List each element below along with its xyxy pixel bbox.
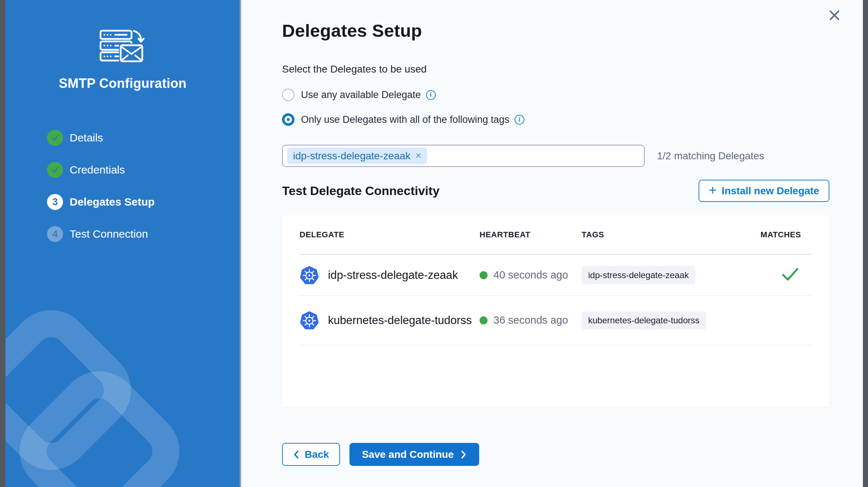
step-complete-icon [47, 162, 63, 178]
column-header-matches: MATCHES [761, 230, 812, 239]
delegate-selection-radios: Use any available Delegate i Only use De… [282, 87, 829, 127]
match-check-icon [782, 268, 798, 281]
radio-unselected-icon[interactable] [282, 89, 294, 101]
step-number-badge: 4 [47, 226, 63, 242]
step-test-connection[interactable]: 4 Test Connection [47, 226, 155, 242]
radio-label: Only use Delegates with all of the follo… [301, 114, 509, 125]
step-label: Credentials [70, 164, 125, 176]
table-row: kubernetes-delegate-tudorss 36 seconds a… [300, 296, 812, 345]
table-row: idp-stress-delegate-zeaak 40 seconds ago… [300, 255, 812, 296]
step-label: Test Connection [70, 228, 148, 240]
radio-delegates-with-tags[interactable]: Only use Delegates with all of the follo… [282, 112, 829, 127]
step-complete-icon [47, 130, 63, 146]
select-delegates-label: Select the Delegates to be used [282, 63, 829, 75]
save-and-continue-button[interactable]: Save and Continue [349, 443, 479, 466]
delegate-name-cell: kubernetes-delegate-tudorss [300, 311, 480, 330]
delegate-name: idp-stress-delegate-zeaak [328, 269, 458, 282]
heartbeat-cell: 36 seconds ago [480, 314, 582, 326]
page-title: Delegates Setup [282, 20, 829, 42]
tags-cell: kubernetes-delegate-tudorss [582, 311, 761, 330]
heartbeat-text: 40 seconds ago [493, 269, 568, 281]
delegate-tags-input[interactable]: idp-stress-delegate-zeaak × [282, 145, 645, 167]
modal-content: Delegates Setup Select the Delegates to … [241, 0, 863, 487]
matches-cell [761, 268, 812, 283]
smtp-config-modal: SMTP Configuration Details Credentials 3… [5, 0, 863, 487]
kubernetes-icon [300, 265, 319, 285]
step-details[interactable]: Details [47, 130, 155, 146]
smtp-servers-mail-icon [99, 29, 146, 63]
radio-label: Use any available Delegate [301, 89, 421, 101]
step-delegates-setup[interactable]: 3 Delegates Setup [47, 194, 155, 210]
tags-cell: idp-stress-delegate-zeaak [582, 266, 761, 284]
step-label: Delegates Setup [70, 196, 155, 208]
step-credentials[interactable]: Credentials [47, 162, 155, 178]
close-icon[interactable] [827, 8, 842, 23]
back-button-label: Back [305, 449, 329, 460]
heartbeat-status-icon [480, 271, 488, 279]
plus-icon: + [709, 183, 717, 197]
info-icon[interactable]: i [426, 90, 436, 100]
radio-any-available-delegate[interactable]: Use any available Delegate i [282, 87, 829, 102]
wizard-title: SMTP Configuration [5, 76, 240, 91]
save-button-label: Save and Continue [362, 449, 454, 460]
step-number-badge: 3 [47, 194, 63, 210]
wizard-sidebar: SMTP Configuration Details Credentials 3… [5, 0, 241, 487]
column-header-delegate: DELEGATE [300, 230, 480, 239]
column-header-tags: TAGS [582, 230, 761, 239]
wizard-steps: Details Credentials 3 Delegates Setup 4 … [47, 130, 155, 258]
delegate-name-cell: idp-stress-delegate-zeaak [300, 265, 480, 285]
tag-chip: idp-stress-delegate-zeaak × [287, 148, 427, 164]
delegates-setup-panel: Delegates Setup Select the Delegates to … [282, 0, 829, 466]
delegate-tag-badge: idp-stress-delegate-zeaak [582, 266, 695, 284]
chip-remove-icon[interactable]: × [415, 151, 421, 161]
connectivity-section-header: Test Delegate Connectivity + Install new… [282, 180, 829, 202]
step-label: Details [70, 132, 103, 144]
chevron-left-icon [293, 450, 300, 459]
heartbeat-cell: 40 seconds ago [480, 269, 582, 281]
delegates-table: DELEGATE HEARTBEAT TAGS MATCHES [282, 215, 829, 407]
info-icon[interactable]: i [515, 115, 524, 125]
radio-selected-icon[interactable] [282, 113, 294, 126]
table-header-row: DELEGATE HEARTBEAT TAGS MATCHES [300, 215, 812, 255]
tags-filter-row: idp-stress-delegate-zeaak × 1/2 matching… [282, 145, 829, 167]
section-title: Test Delegate Connectivity [282, 184, 439, 198]
tag-chip-label: idp-stress-delegate-zeaak [293, 150, 410, 162]
delegate-name: kubernetes-delegate-tudorss [328, 314, 472, 327]
sidebar-header: SMTP Configuration [5, 0, 240, 91]
wizard-footer: Back Save and Continue [282, 443, 829, 466]
matching-delegates-count: 1/2 matching Delegates [657, 150, 764, 162]
column-header-heartbeat: HEARTBEAT [480, 230, 582, 239]
back-button[interactable]: Back [282, 443, 340, 466]
install-new-delegate-button[interactable]: + Install new Delegate [699, 180, 829, 202]
heartbeat-status-icon [480, 316, 488, 324]
install-button-label: Install new Delegate [722, 185, 819, 197]
delegate-tag-badge: kubernetes-delegate-tudorss [582, 311, 706, 330]
kubernetes-icon [300, 311, 319, 330]
heartbeat-text: 36 seconds ago [493, 314, 568, 326]
chevron-right-icon [460, 450, 467, 459]
